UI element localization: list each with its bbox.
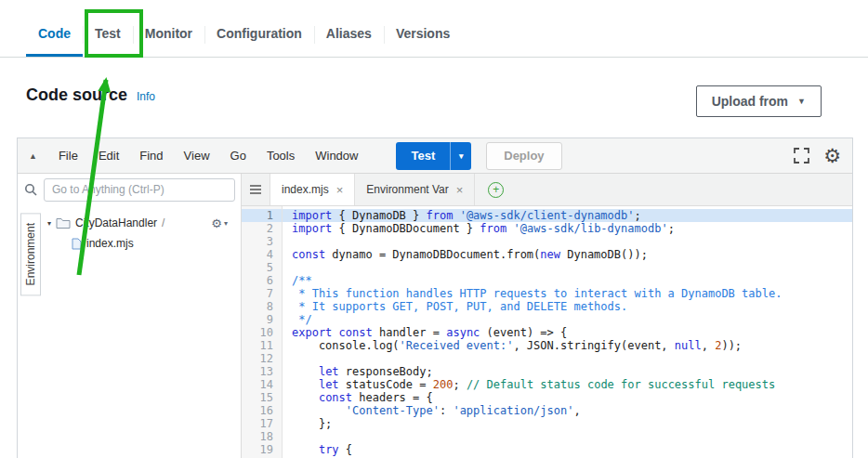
code-line[interactable]: const dynamo = DynamoDBDocument.from(new… — [283, 248, 852, 261]
tab-configuration[interactable]: Configuration — [204, 13, 314, 57]
tab-code[interactable]: Code — [26, 13, 83, 57]
editor-body: Environment ▾ CityDataHandler / ⚙▾ — [18, 174, 852, 458]
line-number[interactable]: 10 — [242, 326, 282, 339]
editor-tab-label: index.mjs — [282, 183, 329, 196]
chevron-down-icon[interactable]: ▾ — [450, 142, 471, 170]
folder-icon — [56, 217, 71, 229]
close-icon[interactable]: × — [336, 184, 344, 196]
sidebar-main: Environment ▾ CityDataHandler / ⚙▾ — [18, 205, 241, 458]
lambda-console-page: Code Test Monitor Configuration Aliases … — [0, 0, 868, 458]
code-line[interactable] — [283, 430, 852, 443]
menu-file[interactable]: File — [48, 149, 88, 163]
file-js-icon — [72, 238, 82, 250]
line-number[interactable]: 17 — [242, 417, 282, 430]
line-number[interactable]: 12 — [242, 352, 282, 365]
line-number[interactable]: 5 — [242, 261, 282, 274]
code-line[interactable]: * This function handles HTTP requests to… — [283, 287, 852, 300]
tree-file-indexmjs[interactable]: index.mjs — [44, 233, 241, 254]
search-icon[interactable] — [18, 183, 44, 196]
menu-tools[interactable]: Tools — [256, 149, 305, 163]
file-sidebar: Environment ▾ CityDataHandler / ⚙▾ — [18, 174, 242, 458]
tree-settings-gear-icon[interactable]: ⚙▾ — [211, 216, 228, 230]
menu-view[interactable]: View — [174, 149, 220, 163]
code-line[interactable] — [283, 352, 852, 365]
upload-from-label: Upload from — [712, 94, 788, 109]
code-line[interactable]: import { DynamoDBDocument } from '@aws-s… — [283, 222, 852, 235]
code-area: 12345678910111213141516171819 import { D… — [242, 206, 852, 458]
line-number[interactable]: 2 — [242, 222, 282, 235]
gutter[interactable]: 12345678910111213141516171819 — [242, 206, 283, 458]
caret-down-icon[interactable]: ▾ — [47, 219, 51, 228]
line-number[interactable]: 7 — [242, 287, 282, 300]
code-line[interactable]: 'Content-Type': 'application/json', — [283, 404, 852, 417]
line-number[interactable]: 3 — [242, 235, 282, 248]
code-line[interactable]: export const handler = async (event) => … — [283, 326, 852, 339]
editor-tab-bar: index.mjs × Environment Var × + — [242, 174, 852, 206]
code-lines[interactable]: import { DynamoDB } from '@aws-sdk/clien… — [283, 206, 852, 458]
menu-go[interactable]: Go — [220, 149, 256, 163]
line-number[interactable]: 14 — [242, 378, 282, 391]
line-number[interactable]: 16 — [242, 404, 282, 417]
code-line[interactable]: */ — [283, 313, 852, 326]
settings-gear-icon[interactable]: ⚙ — [823, 146, 841, 165]
tab-versions[interactable]: Versions — [384, 13, 462, 57]
line-number[interactable]: 6 — [242, 274, 282, 287]
code-line[interactable]: const headers = { — [283, 391, 852, 404]
close-icon[interactable]: × — [456, 184, 464, 196]
fullscreen-icon[interactable] — [794, 148, 809, 164]
sidebar-search-row — [18, 174, 241, 205]
deploy-button[interactable]: Deploy — [486, 142, 561, 170]
code-source-header: Code source Info Upload from ▼ — [26, 85, 822, 117]
code-line[interactable]: }; — [283, 417, 852, 430]
code-editor-panel: ▲ File Edit Find View Go Tools Window Te… — [17, 137, 853, 458]
editor-tab-indexmjs[interactable]: index.mjs × — [270, 174, 355, 205]
line-number[interactable]: 15 — [242, 391, 282, 404]
file-tree: ▾ CityDataHandler / ⚙▾ — [44, 205, 241, 458]
code-line[interactable]: let responseBody; — [283, 365, 852, 378]
editor-tab-environment-variables[interactable]: Environment Var × — [355, 174, 475, 205]
line-number[interactable]: 9 — [242, 313, 282, 326]
menu-find[interactable]: Find — [129, 149, 173, 163]
file-label: index.mjs — [86, 237, 134, 250]
collapse-toolbar-icon[interactable]: ▲ — [29, 151, 37, 161]
line-number[interactable]: 13 — [242, 365, 282, 378]
code-line[interactable] — [283, 261, 852, 274]
editor-toolbar: ▲ File Edit Find View Go Tools Window Te… — [18, 138, 852, 174]
line-number[interactable]: 4 — [242, 248, 282, 261]
path-separator: / — [162, 216, 164, 229]
code-line[interactable] — [283, 235, 852, 248]
new-tab-icon[interactable]: + — [488, 182, 504, 198]
line-number[interactable]: 18 — [242, 430, 282, 443]
code-line[interactable]: try { — [283, 443, 852, 456]
code-line[interactable]: let statusCode = 200; // Default status … — [283, 378, 852, 391]
line-number[interactable]: 11 — [242, 339, 282, 352]
code-line[interactable]: /** — [283, 274, 852, 287]
code-line[interactable]: console.log('Received event:', JSON.stri… — [283, 339, 852, 352]
line-number[interactable]: 1 — [242, 209, 282, 222]
editor-tab-label: Environment Var — [366, 183, 448, 196]
code-line[interactable]: * It supports GET, POST, PUT, and DELETE… — [283, 300, 852, 313]
editor-pane: index.mjs × Environment Var × + 12345678… — [242, 174, 852, 458]
info-link[interactable]: Info — [137, 90, 155, 103]
page-title: Code source — [26, 85, 127, 105]
tab-test[interactable]: Test — [83, 13, 133, 57]
chevron-down-icon: ▼ — [797, 98, 806, 106]
tab-monitor[interactable]: Monitor — [133, 13, 204, 57]
folder-label: CityDataHandler — [75, 216, 157, 229]
upload-from-button[interactable]: Upload from ▼ — [696, 85, 822, 117]
environment-tab[interactable]: Environment — [20, 213, 41, 295]
menu-edit[interactable]: Edit — [88, 149, 129, 163]
tree-folder-citydatahandler[interactable]: ▾ CityDataHandler / ⚙▾ — [44, 213, 241, 233]
test-button-label: Test — [396, 142, 450, 170]
function-tabs: Code Test Monitor Configuration Aliases … — [0, 0, 868, 58]
chevron-down-icon: ▾ — [224, 219, 228, 228]
line-number[interactable]: 19 — [242, 443, 282, 456]
tab-aliases[interactable]: Aliases — [314, 13, 384, 57]
environment-strip: Environment — [18, 205, 44, 458]
line-number[interactable]: 8 — [242, 300, 282, 313]
tab-list-icon[interactable] — [242, 174, 270, 205]
code-line[interactable]: import { DynamoDB } from '@aws-sdk/clien… — [283, 209, 852, 222]
menu-window[interactable]: Window — [305, 149, 368, 163]
goto-anything-input[interactable] — [44, 178, 235, 202]
test-button[interactable]: Test ▾ — [396, 142, 471, 170]
